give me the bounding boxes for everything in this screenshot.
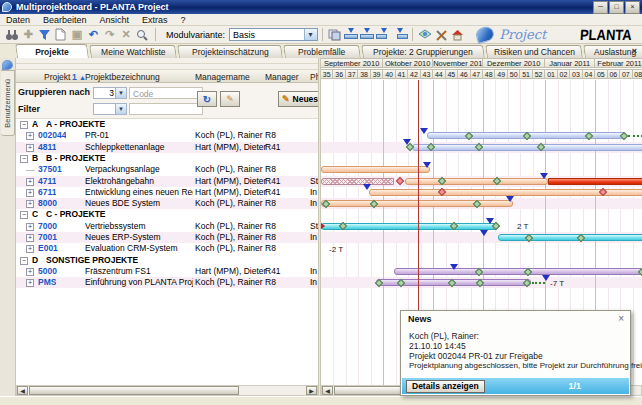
collapse-icon[interactable]: −	[20, 257, 28, 265]
table-row[interactable]: —37501VerpackungsanlageKoch (PL), Rainer…	[16, 164, 318, 175]
table-row[interactable]: +7001Neues ERP-SystemKoch (PL), RainerR8…	[16, 232, 318, 243]
col-header-bezeichnung[interactable]: Projektbezeichnung	[85, 72, 160, 82]
view-options-icon[interactable]	[417, 27, 432, 42]
group-row[interactable]: −AA - PROJEKTE	[16, 119, 318, 130]
gantt-bar[interactable]	[405, 178, 548, 185]
chevron-down-icon[interactable]: ▼	[304, 29, 317, 40]
menu-extras[interactable]: Extras	[142, 15, 168, 25]
tab-projekteinschaetzung[interactable]: Projekteinschätzung	[177, 45, 283, 58]
add-icon[interactable]: ✚	[20, 27, 35, 42]
minimize-button[interactable]: ─	[593, 1, 608, 14]
table-row[interactable]: +5000Fräszentrum FS1Hart (MPM), DieterR4…	[16, 266, 318, 277]
schedule-trigger-icon[interactable]	[542, 275, 550, 281]
tab-problemfaelle[interactable]: Problemfälle	[283, 45, 361, 58]
tools-icon[interactable]	[434, 27, 449, 42]
tab-projekte[interactable]: Projekte	[15, 44, 89, 58]
modulvariante-select[interactable]: Basis ▼	[229, 28, 317, 41]
scroll-left-icon[interactable]: ◀	[322, 386, 333, 395]
schedule-trigger-icon[interactable]	[423, 162, 431, 168]
code-field[interactable]: Code	[129, 87, 203, 99]
copy-icon[interactable]	[326, 27, 341, 42]
group-row[interactable]: −BB - PROJEKTE	[16, 153, 318, 164]
gantt-bar[interactable]	[394, 268, 642, 275]
table-row[interactable]: +4711ElektrohängebahnHart (MPM), DieterR…	[16, 176, 318, 187]
schedule-trigger-icon[interactable]	[403, 139, 411, 145]
gantt-bar[interactable]	[321, 166, 430, 173]
benutzermenu-tab[interactable]: Benutzermenü	[1, 70, 15, 136]
schedule-trigger-icon[interactable]	[486, 218, 494, 224]
schedule-trigger-icon[interactable]	[540, 173, 548, 179]
menu-ansicht[interactable]: Ansicht	[100, 15, 130, 25]
collapse-icon[interactable]: −	[20, 121, 28, 129]
table-row[interactable]: +002044PR-01Koch (PL), RainerR8	[16, 130, 318, 141]
expand-icon[interactable]: +	[26, 189, 34, 197]
menu-bearbeiten[interactable]: Bearbeiten	[43, 15, 87, 25]
col-header-manager[interactable]: Manager	[265, 72, 299, 82]
table-row[interactable]: +8000Neues BDE SystemKoch (PL), RainerR8…	[16, 198, 318, 209]
gantt-bar[interactable]	[498, 234, 642, 241]
scroll-thumb[interactable]	[29, 386, 239, 395]
expand-icon[interactable]: +	[26, 144, 34, 152]
gantt-bar[interactable]	[321, 200, 513, 207]
schedule-trigger-icon[interactable]	[363, 184, 371, 190]
redo-icon[interactable]: ↷	[102, 27, 117, 42]
insert-level-2-icon[interactable]	[359, 27, 374, 42]
schedule-trigger-icon[interactable]	[480, 230, 488, 236]
insert-level-3-icon[interactable]	[376, 27, 391, 42]
refresh-button[interactable]: ↻	[197, 91, 217, 107]
scroll-right-icon[interactable]: ▶	[306, 386, 317, 395]
delete-icon[interactable]: ✕	[118, 27, 133, 42]
collapse-icon[interactable]: −	[20, 211, 28, 219]
expand-icon[interactable]: +	[26, 223, 34, 231]
group-row[interactable]: −CC - PROJEKTE	[16, 209, 318, 220]
expand-icon[interactable]: +	[26, 268, 34, 276]
table-hscrollbar[interactable]: ◀ ▶	[16, 385, 318, 396]
expand-icon[interactable]: +	[26, 200, 34, 208]
schedule-trigger-icon[interactable]	[506, 196, 514, 202]
news-close-icon[interactable]: ×	[618, 313, 624, 324]
close-button[interactable]: ×	[625, 1, 640, 14]
schedule-trigger-icon[interactable]	[450, 264, 458, 270]
menu-help[interactable]: ?	[181, 15, 186, 25]
sort-indicator[interactable]: 1 ▲	[72, 72, 86, 82]
gantt-bar[interactable]	[412, 144, 642, 151]
group-row[interactable]: −DSONSTIGE PROJEKTE	[16, 255, 318, 266]
scroll-left-icon[interactable]: ◀	[17, 386, 28, 395]
insert-level-1-icon[interactable]	[343, 27, 358, 42]
menu-daten[interactable]: Daten	[6, 15, 30, 25]
expand-icon[interactable]: +	[26, 279, 34, 287]
undo-icon[interactable]: ↶	[86, 27, 101, 42]
maximize-button[interactable]: □	[609, 1, 624, 14]
gantt-bar[interactable]	[321, 223, 498, 230]
table-row[interactable]: +4811SchleppkettenanlageHart (MPM), Diet…	[16, 142, 318, 153]
tabs-close-icon[interactable]: ×	[632, 46, 637, 56]
sidebar-swirl-icon[interactable]	[2, 60, 13, 70]
filter-field[interactable]	[129, 103, 203, 115]
preview-icon[interactable]	[135, 27, 150, 42]
gruppieren-spinner[interactable]: 3▼	[93, 87, 127, 99]
insert-level-4-icon[interactable]	[392, 27, 407, 42]
neues-projekt-button[interactable]: ✎Neues	[278, 91, 318, 107]
table-row[interactable]: +PMSEinführung von PLANTA ProjectKoch (P…	[16, 277, 318, 288]
tab-projekte-2-gruppierungen[interactable]: Projekte: 2 Gruppierungen	[361, 45, 485, 58]
details-anzeigen-button[interactable]: Details anzeigen	[406, 380, 485, 393]
filter-icon[interactable]	[37, 27, 52, 42]
table-row[interactable]: +6711Entwicklung eines neuen Regense...H…	[16, 187, 318, 198]
tab-meine-watchliste[interactable]: Meine Watchliste	[89, 45, 177, 58]
tab-risiken-und-chancen[interactable]: Risiken und Chancen	[485, 45, 583, 58]
new-document-icon[interactable]	[53, 27, 68, 42]
gantt-bar[interactable]	[321, 178, 394, 185]
filter-select[interactable]: ▼	[93, 103, 127, 115]
schedule-trigger-icon[interactable]	[420, 128, 428, 134]
col-header-ph[interactable]: Ph	[310, 72, 318, 82]
gantt-bar[interactable]	[548, 178, 642, 185]
expand-icon[interactable]: +	[26, 234, 34, 242]
expand-icon[interactable]: +	[26, 245, 34, 253]
binoculars-search-icon[interactable]	[4, 27, 19, 42]
save-icon[interactable]: ▣	[69, 27, 84, 42]
expand-icon[interactable]: +	[26, 178, 34, 186]
edit-button[interactable]: ✎	[220, 91, 240, 107]
expand-icon[interactable]: +	[26, 132, 34, 140]
collapse-icon[interactable]: −	[20, 155, 28, 163]
table-row[interactable]: +7000VertriebssystemKoch (PL), RainerR8S…	[16, 221, 318, 232]
